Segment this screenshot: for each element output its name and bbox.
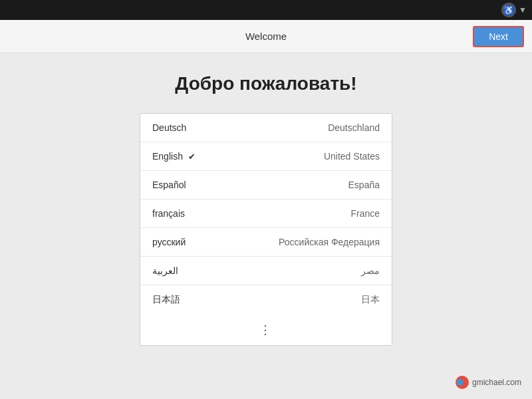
lang-region: Российская Федерация — [279, 237, 380, 247]
welcome-heading: Добро пожаловать! — [175, 73, 356, 94]
lang-left: русский — [152, 237, 186, 247]
lang-name: Español — [152, 180, 186, 190]
watermark-icon — [455, 375, 469, 390]
lang-left: 日本語 — [152, 294, 180, 306]
language-row[interactable]: françaisFrance — [140, 200, 392, 228]
check-mark-icon: ✔ — [188, 152, 196, 162]
next-button[interactable]: Next — [473, 26, 524, 47]
lang-region: مصر — [361, 265, 380, 276]
language-row[interactable]: EspañolEspaña — [140, 171, 392, 200]
dropdown-arrow-icon[interactable]: ▼ — [519, 5, 527, 15]
top-bar: ♿ ▼ — [0, 0, 532, 20]
lang-name: français — [152, 208, 185, 219]
lang-left: Deutsch — [152, 122, 186, 133]
lang-region: España — [348, 180, 380, 190]
more-dots-icon: ⋮ — [259, 323, 273, 337]
lang-left: العربية — [152, 265, 178, 276]
svg-point-1 — [457, 379, 464, 386]
header-bar: Welcome Next — [0, 20, 532, 53]
lang-left: English✔ — [152, 151, 196, 162]
language-row[interactable]: English✔United States — [140, 142, 392, 171]
lang-name: 日本語 — [152, 294, 180, 306]
lang-name: русский — [152, 237, 186, 247]
window-title: Welcome — [245, 31, 287, 42]
watermark-text: gmichael.com — [472, 378, 521, 387]
watermark: gmichael.com — [455, 375, 521, 390]
lang-region: United States — [324, 151, 380, 162]
language-row[interactable]: 日本語日本 — [140, 285, 392, 315]
lang-region: France — [350, 208, 380, 219]
lang-region: Deutschland — [328, 122, 380, 133]
lang-name: العربية — [152, 265, 178, 276]
language-row[interactable]: العربيةمصر — [140, 257, 392, 285]
lang-name: Deutsch — [152, 122, 186, 133]
language-row[interactable]: русскийРоссийская Федерация — [140, 228, 392, 257]
lang-name: English — [152, 151, 183, 162]
lang-left: français — [152, 208, 185, 219]
language-list: DeutschDeutschlandEnglish✔United StatesE… — [140, 113, 392, 346]
language-row[interactable]: DeutschDeutschland — [140, 114, 392, 142]
accessibility-icon[interactable]: ♿ — [501, 3, 516, 17]
lang-region: 日本 — [361, 294, 380, 306]
main-content: Добро пожаловать! DeutschDeutschlandEngl… — [0, 53, 532, 399]
more-options-row[interactable]: ⋮ — [140, 315, 392, 345]
lang-left: Español — [152, 180, 186, 190]
